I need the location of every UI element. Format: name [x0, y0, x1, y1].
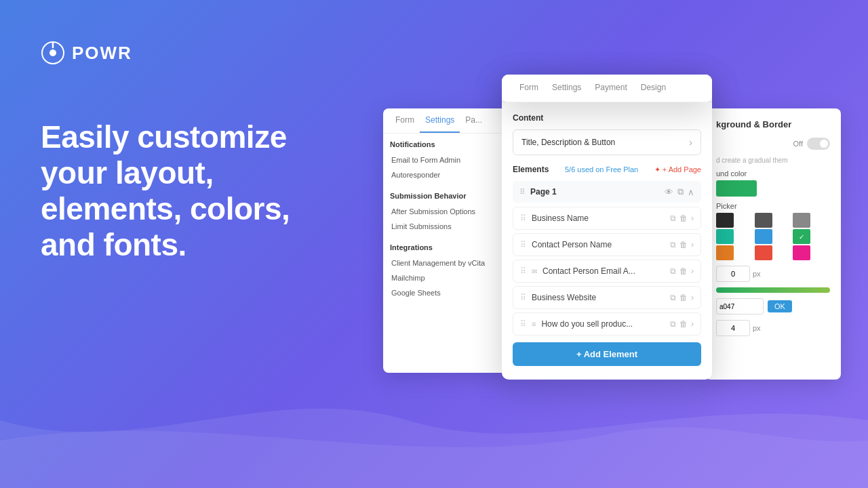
form-panel: Form Settings Payment Design Content Tit…	[502, 75, 712, 380]
px-input-field[interactable]	[716, 266, 750, 282]
mailchimp[interactable]: Mailchimp	[390, 270, 505, 285]
settings-panel: Form Settings Pa... Notifications Email …	[383, 108, 512, 373]
expand-icon-5[interactable]: ›	[691, 319, 694, 329]
add-element-button[interactable]: + Add Element	[513, 342, 701, 366]
powr-logo-icon	[41, 41, 65, 65]
element-label-1: Business Name	[532, 214, 589, 223]
green-bar	[716, 287, 830, 293]
logo-text: POWR	[72, 43, 132, 64]
copy-icon-1[interactable]: ⧉	[670, 214, 676, 223]
toggle-label: Off	[793, 140, 803, 148]
expand-icon-2[interactable]: ›	[691, 240, 694, 249]
top-panel: Form Settings Payment Design	[502, 75, 712, 102]
submission-behavior-section: Submission Behavior After Submission Opt…	[390, 192, 505, 234]
google-sheets[interactable]: Google Sheets	[390, 285, 505, 300]
palette-red[interactable]	[755, 245, 772, 260]
list-type-icon: ≡	[532, 320, 536, 328]
tab-payment-partial[interactable]: Pa...	[460, 108, 488, 133]
integrations-section: Integrations Client Management by vCita …	[390, 243, 505, 300]
title-description-button[interactable]: Title, Description & Button ›	[513, 129, 701, 155]
email-to-form-admin[interactable]: Email to Form Admin	[390, 152, 505, 167]
ok-button[interactable]: OK	[768, 300, 792, 312]
delete-icon-1[interactable]: 🗑	[679, 214, 688, 223]
expand-icon-3[interactable]: ›	[691, 266, 694, 276]
delete-icon-2[interactable]: 🗑	[679, 240, 688, 249]
email-type-icon: ✉	[532, 268, 537, 275]
drag-handle-3: ⠿	[520, 266, 526, 276]
drag-handle-5: ⠿	[520, 319, 526, 329]
hex-input[interactable]	[716, 298, 764, 314]
delete-icon-3[interactable]: 🗑	[679, 266, 688, 276]
svg-point-1	[50, 49, 56, 56]
px-input-field2[interactable]	[716, 320, 750, 336]
ok-row: OK	[716, 298, 830, 314]
form-body: Content Title, Description & Button › El…	[502, 102, 712, 378]
collapse-icon[interactable]: ∧	[688, 187, 694, 197]
element-label-2: Contact Person Name	[532, 240, 612, 249]
drag-handle-page: ⠿	[519, 188, 525, 197]
integrations-title: Integrations	[390, 243, 505, 251]
settings-tabs: Form Settings Pa...	[383, 108, 512, 134]
element-contact-email[interactable]: ⠿ ✉ Contact Person Email A... ⧉ 🗑 ›	[513, 260, 701, 283]
limit-submissions[interactable]: Limit Submissions	[390, 219, 505, 234]
px-label2: px	[753, 324, 761, 332]
tab-form[interactable]: Form	[390, 108, 420, 133]
palette-darkgray[interactable]	[755, 213, 772, 228]
client-management[interactable]: Client Management by vCita	[390, 256, 505, 270]
element-business-name[interactable]: ⠿ Business Name ⧉ 🗑 ›	[513, 207, 701, 230]
eye-icon[interactable]: 👁	[665, 187, 673, 197]
tab-form-top[interactable]: Form	[513, 75, 545, 102]
drag-handle-1: ⠿	[520, 214, 526, 223]
content-label: Content	[513, 113, 701, 123]
copy-icon-5[interactable]: ⧉	[670, 319, 676, 329]
hint-text: d create a gradual them	[716, 157, 830, 164]
autoresponder[interactable]: Autoresponder	[390, 167, 505, 182]
tab-design-top[interactable]: Design	[634, 75, 673, 102]
bg-border-panel: kground & Border Off d create a gradual …	[705, 108, 841, 380]
chevron-right-icon: ›	[689, 137, 692, 148]
delete-icon-4[interactable]: 🗑	[679, 293, 688, 302]
page-1-label: ⠿ Page 1	[519, 187, 557, 197]
color-label: und color	[716, 169, 830, 178]
px-label: px	[753, 270, 761, 278]
elements-label: Elements	[513, 165, 549, 174]
add-icon: ✦	[654, 165, 660, 174]
tab-settings[interactable]: Settings	[420, 108, 460, 133]
palette-orange[interactable]	[716, 245, 734, 260]
element-business-website[interactable]: ⠿ Business Website ⧉ 🗑 ›	[513, 286, 701, 309]
after-submission-options[interactable]: After Submission Options	[390, 204, 505, 219]
expand-icon-4[interactable]: ›	[691, 293, 694, 302]
delete-icon-5[interactable]: 🗑	[679, 319, 688, 329]
notifications-title: Notifications	[390, 140, 505, 148]
element-how-sell[interactable]: ⠿ ≡ How do you sell produc... ⧉ 🗑 ›	[513, 312, 701, 336]
page-1-text: Page 1	[530, 187, 557, 197]
copy-icon-3[interactable]: ⧉	[670, 266, 676, 276]
title-description-text: Title, Description & Button	[521, 138, 615, 147]
color-palette: ✓	[716, 213, 830, 260]
palette-dark[interactable]	[716, 213, 734, 228]
elements-count: 5/6 used on Free Plan	[565, 165, 638, 174]
palette-blue[interactable]	[755, 229, 772, 244]
color-swatch[interactable]	[716, 180, 757, 197]
drag-handle-2: ⠿	[520, 240, 526, 249]
copy-icon-4[interactable]: ⧉	[670, 293, 676, 302]
copy-page-icon[interactable]: ⧉	[677, 186, 684, 197]
px-input-row: px	[716, 266, 830, 282]
page-1-item: ⠿ Page 1 👁 ⧉ ∧	[513, 181, 701, 203]
drag-handle-4: ⠿	[520, 293, 526, 302]
palette-gray[interactable]	[793, 213, 810, 228]
picker-label: Picker	[716, 202, 830, 210]
palette-green-check[interactable]: ✓	[793, 229, 810, 244]
expand-icon-1[interactable]: ›	[691, 214, 694, 223]
toggle-switch[interactable]	[807, 138, 830, 150]
tab-payment-top[interactable]: Payment	[588, 75, 633, 102]
logo: POWR	[41, 41, 339, 65]
palette-teal[interactable]	[716, 229, 734, 244]
tab-settings-top[interactable]: Settings	[545, 75, 588, 102]
copy-icon-2[interactable]: ⧉	[670, 240, 676, 249]
toggle-row: Off	[716, 138, 830, 150]
elements-header: Elements 5/6 used on Free Plan ✦ + Add P…	[513, 165, 701, 174]
element-contact-name[interactable]: ⠿ Contact Person Name ⧉ 🗑 ›	[513, 233, 701, 256]
add-page-button[interactable]: ✦ + Add Page	[654, 165, 701, 174]
palette-pink[interactable]	[793, 245, 810, 260]
